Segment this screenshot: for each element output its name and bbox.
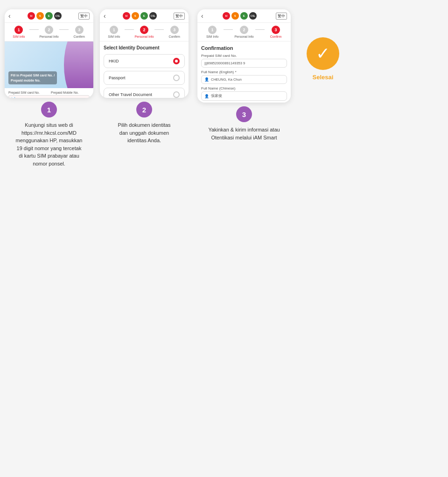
selesai-label: Selesai [313,74,334,81]
logo-3-1: H [223,12,230,20]
step-circle-2-2: 2 [140,26,148,34]
option-passport-label: Passport [109,76,126,80]
hero-text: Fill in Prepaid SIM card No. / Prepaid m… [8,71,57,84]
step-desc-3: Yakinkan & kirim informasi atau Otentika… [208,126,280,141]
connector-2 [59,29,69,30]
person-icon-1: 👤 [204,77,209,82]
checkmark-icon: ✓ [316,44,330,63]
option-travel[interactable]: Other Travel Document [104,88,185,98]
step-circle-2-a: 2 [45,26,53,34]
success-wrap: ✓ Selesai [307,37,339,81]
lang-badge-3[interactable]: 繁中 [276,13,287,20]
sim-value: |||898520000891149353 9 [204,61,284,65]
step-item-3-2: 2 Personal Info [233,26,255,38]
step-item-3-3: 3 Confirm [265,26,287,38]
logo-2-1: H [123,12,130,20]
label-sim: Prepaid SIM card No. [8,91,47,94]
full-name-cn-value: 張家俊 [211,94,284,98]
connector-3 [125,29,134,30]
logo-2: S [36,12,44,20]
radio-empty-1 [173,75,180,81]
option-hkid[interactable]: HKID [104,54,185,68]
step-label-confirm-1: Confirm [73,35,85,38]
logo-2-2: S [132,12,139,20]
logo-3: E [45,12,53,20]
connector-5 [224,29,233,30]
step-circle-3-2: 2 [240,26,248,34]
full-name-en-value: CHEUNG, Ka Chun [211,77,284,82]
logos-1: H S E CSL [28,12,62,20]
logo-3-3: E [240,12,248,20]
confirm-title: Confirmation [201,45,287,51]
step-desc-2: Pilih dokumen identitas dan unggah dokum… [118,121,170,145]
step-item-1-1: 1 SIM Info [8,26,29,38]
person-icon-2: 👤 [204,94,209,98]
phone2-body: Select Identity Document HKID Passport O… [100,41,189,98]
col-2: ‹ H S E CSL 繁中 1 SIM Info [100,9,189,148]
phone-header-1: ‹ H S E CSL 繁中 [5,9,93,23]
sim-input[interactable]: 📄 898520000891149353 9 [8,95,90,98]
phone-card-2: ‹ H S E CSL 繁中 1 SIM Info [100,9,189,98]
logo-3-4: CSL [249,12,257,20]
option-travel-label: Other Travel Document [109,92,152,97]
main-container: ‹ H S E CSL 繁中 1 SIM Info [5,9,443,171]
col-3: ‹ H S E CSL 繁中 1 SIM Info [195,9,293,145]
step-badge-3: 3 [236,106,252,122]
lang-badge-2[interactable]: 繁中 [174,13,185,20]
logos-3: H S E CSL [223,12,257,20]
step-circle-2-1: 1 [110,26,118,34]
option-passport[interactable]: Passport [104,71,185,85]
step-item-1-2: 2 Personal Info [39,26,60,38]
lang-badge-1[interactable]: 繁中 [78,13,90,20]
back-btn-3[interactable]: ‹ [201,12,203,20]
logo-4: CSL [54,12,62,20]
full-name-cn-field: 👤 張家俊 [201,91,287,101]
success-circle: ✓ [307,37,339,70]
back-btn-2[interactable]: ‹ [104,12,106,20]
step-label-confirm-3: Confirm [270,35,282,38]
col-1: ‹ H S E CSL 繁中 1 SIM Info [5,9,93,171]
sim-label: Prepaid SIM card No. [201,54,287,58]
step-badge-2: 2 [136,102,152,118]
progress-steps-2: 1 SIM Info 2 Personal Info 3 Confirm [100,23,189,41]
step-badge-1: 1 [41,102,57,118]
step-circle-2-3: 3 [170,26,179,34]
step-item-3-1: 1 SIM Info [201,26,224,38]
step-label-sim-1: SIM Info [13,35,25,38]
connector-4 [154,29,164,30]
confirm-body: Confirmation Prepaid SIM card No. |||898… [197,41,291,103]
hero-figure [61,41,93,88]
step-item-2-1: 1 SIM Info [104,26,125,38]
radio-dot-inner [175,60,178,62]
step-item-1-3: 3 Confirm [69,26,90,38]
select-title: Select Identity Document [104,45,185,50]
progress-steps-3: 1 SIM Info 2 Personal Info 3 Confirm [197,23,291,41]
hero-image: Fill in Prepaid SIM card No. / Prepaid m… [5,41,93,88]
full-name-cn-label: Full Name (Chinese) [201,86,287,90]
radio-empty-2 [173,91,180,98]
option-hkid-label: HKID [109,59,119,63]
phone-header-2: ‹ H S E CSL 繁中 [100,9,189,23]
sim-field: |||898520000891149353 9 [201,59,287,68]
label-mobile: Prepaid Mobile No. [51,91,90,94]
step-label-pi-2: Personal Info [134,35,154,38]
form-labels: Prepaid SIM card No. Prepaid Mobile No. [8,91,90,94]
back-btn-1[interactable]: ‹ [8,12,11,20]
progress-steps-1: 1 SIM Info 2 Personal Info 3 Confirm [5,23,93,41]
step-circle-3-3: 3 [272,26,280,34]
phone-card-1: ‹ H S E CSL 繁中 1 SIM Info [5,9,93,98]
logo-2-4: CSL [149,12,157,20]
step-circle-3-1: 1 [208,26,217,34]
full-name-en-field: 👤 CHEUNG, Ka Chun [201,75,287,84]
col-4: ✓ Selesai [300,9,346,81]
step-label-confirm-2: Confirm [168,35,180,38]
logos-2: H S E CSL [123,12,157,20]
sim-input-row: 📄 898520000891149353 9 [8,95,90,98]
step-desc-1: Kunjungi situs web di https://rnr.hkcsl.… [16,121,83,167]
phone-card-3: ‹ H S E CSL 繁中 1 SIM Info [197,9,291,103]
phone-header-3: ‹ H S E CSL 繁中 [197,9,291,23]
logo-2-3: E [140,12,148,20]
logo-1: H [28,12,35,20]
step-circle-1: 1 [14,26,23,34]
step-label-sim-3: SIM Info [206,35,218,38]
